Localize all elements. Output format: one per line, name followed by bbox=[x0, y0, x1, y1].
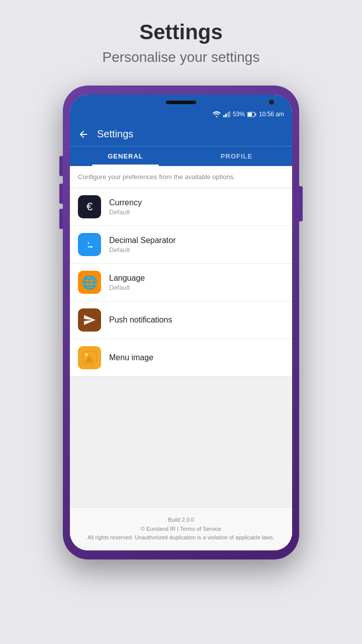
footer-build: Build 2.0.0 bbox=[75, 516, 287, 525]
svg-point-10 bbox=[85, 353, 88, 356]
svg-rect-1 bbox=[225, 114, 227, 117]
svg-rect-3 bbox=[229, 111, 230, 117]
settings-item-currency[interactable]: € Currency Default bbox=[70, 188, 292, 226]
notifications-icon bbox=[78, 308, 101, 332]
page-title: Settings bbox=[139, 20, 223, 44]
app-footer: Build 2.0.0 © Euroland IR | Terms of Ser… bbox=[70, 507, 292, 550]
language-title: Language bbox=[109, 274, 145, 283]
page-subtitle: Personalise your settings bbox=[103, 49, 260, 65]
svg-rect-2 bbox=[227, 112, 229, 117]
currency-title: Currency bbox=[109, 198, 142, 207]
empty-content bbox=[70, 376, 292, 507]
notifications-title: Push notifications bbox=[109, 315, 172, 325]
menu-image-text: Menu image bbox=[109, 353, 153, 362]
app-bar: Settings bbox=[70, 122, 292, 146]
decimal-icon: :.. bbox=[78, 233, 101, 256]
settings-list: € Currency Default :.. Decimal Separator… bbox=[70, 188, 292, 376]
language-text: Language Default bbox=[109, 274, 145, 291]
settings-description: Configure your preferences from the avai… bbox=[70, 166, 292, 188]
wifi-icon bbox=[213, 111, 221, 117]
battery-icon bbox=[247, 112, 256, 117]
tab-general[interactable]: GENERAL bbox=[70, 146, 181, 166]
settings-item-decimal-separator[interactable]: :.. Decimal Separator Default bbox=[70, 226, 292, 264]
language-subtitle: Default bbox=[109, 284, 145, 291]
tab-profile[interactable]: PROFILE bbox=[181, 146, 292, 166]
app-bar-title: Settings bbox=[97, 128, 133, 140]
menu-image-title: Menu image bbox=[109, 353, 153, 362]
decimal-title: Decimal Separator bbox=[109, 236, 176, 245]
footer-rights: All rights reserved. Unauthorized duplic… bbox=[75, 533, 287, 542]
tabs: GENERAL PROFILE bbox=[70, 146, 292, 166]
status-icons: 53% 10:56 am bbox=[213, 111, 284, 118]
battery-text: 53% bbox=[233, 111, 245, 118]
currency-subtitle: Default bbox=[109, 208, 142, 216]
svg-rect-0 bbox=[223, 115, 225, 117]
back-button[interactable] bbox=[78, 129, 89, 140]
svg-rect-6 bbox=[255, 113, 256, 115]
settings-item-push-notifications[interactable]: Push notifications bbox=[70, 301, 292, 339]
language-icon: 🌐 bbox=[78, 271, 101, 294]
settings-item-language[interactable]: 🌐 Language Default bbox=[70, 264, 292, 301]
phone-shell: 53% 10:56 am Settings GENERAL PR bbox=[63, 86, 299, 559]
currency-text: Currency Default bbox=[109, 198, 142, 216]
decimal-text: Decimal Separator Default bbox=[109, 236, 176, 254]
footer-copyright: © Euroland IR | Terms of Service bbox=[75, 525, 287, 534]
time-text: 10:56 am bbox=[259, 111, 284, 118]
signal-icon bbox=[223, 111, 230, 117]
decimal-subtitle: Default bbox=[109, 246, 176, 254]
svg-rect-5 bbox=[248, 113, 252, 116]
phone-notch bbox=[70, 95, 292, 106]
settings-item-menu-image[interactable]: Menu image bbox=[70, 339, 292, 376]
menu-image-icon bbox=[78, 346, 101, 369]
status-bar: 53% 10:56 am bbox=[70, 106, 292, 122]
notifications-text: Push notifications bbox=[109, 315, 172, 325]
phone-screen: 53% 10:56 am Settings GENERAL PR bbox=[70, 95, 292, 550]
currency-icon: € bbox=[78, 195, 101, 218]
settings-content: Configure your preferences from the avai… bbox=[70, 166, 292, 550]
